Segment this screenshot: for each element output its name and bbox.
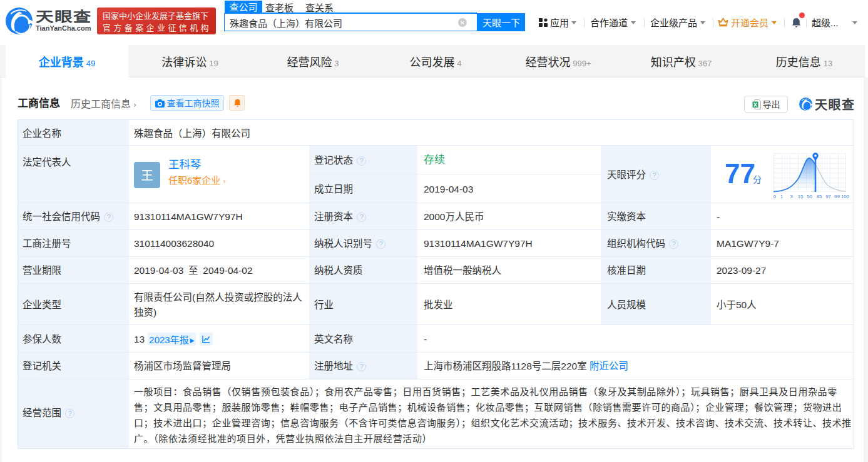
svg-text:97: 97 [825, 193, 831, 199]
svg-text:50: 50 [807, 193, 812, 199]
svg-text:3: 3 [790, 193, 792, 199]
svg-text:85: 85 [817, 193, 822, 199]
svg-text:100: 100 [841, 193, 850, 199]
svg-text:0: 0 [774, 193, 777, 199]
svg-text:1: 1 [780, 193, 783, 199]
svg-text:15: 15 [798, 193, 804, 199]
svg-text:99: 99 [834, 193, 840, 199]
